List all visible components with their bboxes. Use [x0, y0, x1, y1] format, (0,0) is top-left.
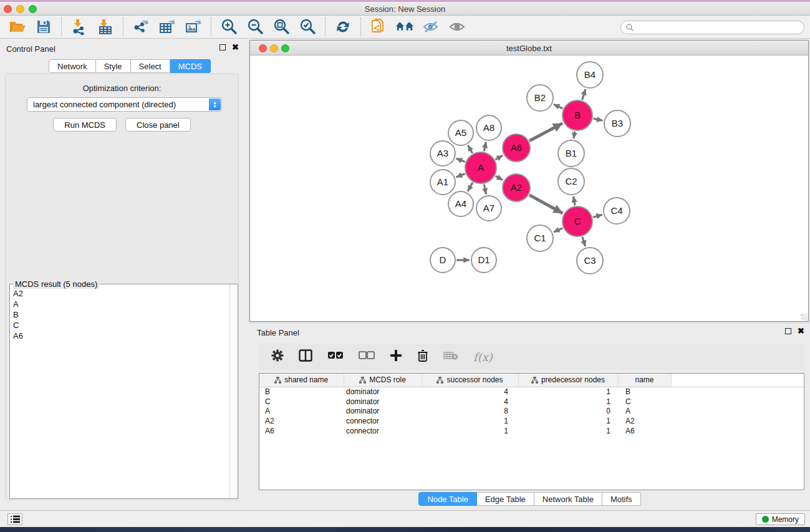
network-canvas[interactable]: B4B2BB3A5A8A6A3B1AC2A1A2A4A7C4CC1C3DD1 — [250, 56, 808, 321]
tab-edge-table[interactable]: Edge Table — [477, 492, 534, 506]
hide-panel-icon[interactable] — [422, 17, 440, 36]
refresh-icon[interactable] — [334, 17, 352, 36]
table-cell[interactable]: 4 — [422, 397, 518, 407]
function-builder-icon[interactable]: f(x) — [473, 351, 493, 364]
edge-C-C1[interactable] — [554, 228, 562, 232]
column-header[interactable]: successor nodes — [422, 374, 518, 387]
edge-A2-C[interactable] — [529, 195, 562, 213]
export-network-icon[interactable] — [132, 17, 150, 36]
zoom-fit-icon[interactable] — [272, 17, 291, 36]
node-C4[interactable]: C4 — [604, 198, 630, 224]
edge-A-A5[interactable] — [468, 145, 472, 153]
edge-C-C4[interactable] — [593, 215, 602, 217]
table-cell[interactable]: 1 — [518, 416, 618, 426]
table-cell[interactable]: A2 — [259, 416, 344, 426]
node-C[interactable]: C — [562, 206, 592, 236]
node-B2[interactable]: B2 — [527, 85, 553, 111]
edge-A-A8[interactable] — [484, 142, 486, 152]
edge-C-C3[interactable] — [582, 237, 586, 246]
edge-B-B3[interactable] — [593, 118, 602, 120]
table-cell[interactable]: 1 — [422, 416, 518, 426]
table-row[interactable]: A6connector11A6 — [259, 426, 804, 436]
result-item[interactable]: C — [10, 320, 225, 331]
table-cell[interactable]: dominator — [344, 397, 422, 407]
node-A5[interactable]: A5 — [448, 120, 473, 145]
table-row[interactable]: Adominator80A — [259, 407, 804, 417]
node-B3[interactable]: B3 — [604, 110, 630, 137]
result-item[interactable]: A — [10, 299, 225, 309]
node-A[interactable]: A — [465, 152, 496, 183]
table-cell[interactable]: 8 — [422, 407, 518, 417]
import-table-icon[interactable] — [96, 17, 115, 36]
table-cell[interactable]: C — [259, 397, 344, 407]
network-graph[interactable]: B4B2BB3A5A8A6A3B1AC2A1A2A4A7C4CC1C3DD1 — [250, 56, 808, 321]
memory-button[interactable]: Memory — [756, 513, 805, 525]
node-D1[interactable]: D1 — [471, 248, 496, 273]
zoom-out-icon[interactable] — [246, 17, 264, 36]
tab-mcds[interactable]: MCDS — [170, 59, 211, 73]
delete-table-icon[interactable] — [443, 351, 458, 363]
tab-style[interactable]: Style — [96, 59, 131, 73]
table-cell[interactable]: 0 — [518, 407, 618, 417]
node-B1[interactable]: B1 — [558, 140, 584, 167]
search-field[interactable] — [620, 21, 804, 34]
edge-B-B2[interactable] — [554, 104, 563, 109]
column-header[interactable]: predecessor nodes — [518, 374, 618, 387]
table-cell[interactable]: B — [259, 387, 344, 397]
edge-A-A2[interactable] — [496, 176, 503, 180]
save-icon[interactable] — [34, 17, 53, 36]
table-cell[interactable]: dominator — [344, 387, 422, 397]
result-item[interactable]: B — [10, 309, 225, 320]
result-item[interactable]: A2 — [10, 288, 225, 299]
zoom-selected-icon[interactable] — [298, 17, 317, 36]
tab-motifs[interactable]: Motifs — [602, 492, 641, 506]
delete-icon[interactable] — [417, 349, 428, 364]
node-A3[interactable]: A3 — [430, 141, 455, 166]
show-panel-icon[interactable] — [448, 17, 466, 36]
network-window-titlebar[interactable]: testGlobe.txt — [250, 41, 808, 56]
table-cell[interactable]: B — [618, 387, 671, 397]
node-B4[interactable]: B4 — [577, 62, 603, 88]
edge-A-A6[interactable] — [496, 155, 503, 160]
edge-A6-B[interactable] — [529, 123, 562, 141]
open-session-file-icon[interactable] — [369, 17, 388, 36]
tab-network-table[interactable]: Network Table — [534, 492, 602, 506]
edge-A-A4[interactable] — [468, 183, 473, 191]
node-C1[interactable]: C1 — [527, 225, 553, 251]
table-cell[interactable]: connector — [344, 416, 422, 426]
window-resize-grip[interactable] — [801, 314, 808, 321]
table-row[interactable]: Bdominator41B — [259, 387, 804, 397]
task-history-button[interactable] — [7, 513, 22, 525]
column-header[interactable]: name — [618, 374, 671, 387]
node-A8[interactable]: A8 — [476, 115, 501, 140]
column-view-icon[interactable] — [299, 349, 312, 364]
edge-A-A3[interactable] — [456, 158, 465, 162]
edge-B-B1[interactable] — [574, 132, 575, 139]
criterion-select[interactable]: largest connected component (directed) ▲… — [27, 97, 222, 112]
node-C2[interactable]: C2 — [558, 168, 584, 195]
close-panel-icon[interactable]: ✖ — [232, 44, 239, 51]
mcds-result-list[interactable]: A2ABCA6 — [10, 288, 225, 498]
result-scrollbar[interactable] — [229, 284, 238, 498]
node-A6[interactable]: A6 — [503, 134, 530, 162]
node-table[interactable]: shared nameMCDS rolesuccessor nodesprede… — [259, 373, 804, 490]
float-panel-icon[interactable] — [785, 328, 791, 334]
table-cell[interactable]: A2 — [618, 416, 671, 426]
table-cell[interactable]: A — [259, 407, 344, 417]
search-input[interactable] — [634, 22, 804, 33]
tab-select[interactable]: Select — [131, 59, 170, 73]
tab-network[interactable]: Network — [49, 59, 96, 73]
column-header[interactable]: shared name — [259, 374, 344, 387]
edge-A-A7[interactable] — [484, 184, 486, 194]
home-pair-icon[interactable] — [395, 17, 414, 36]
result-item[interactable]: A6 — [10, 331, 225, 341]
table-cell[interactable]: 1 — [422, 426, 518, 436]
select-all-icon[interactable] — [327, 351, 344, 362]
table-cell[interactable]: 1 — [518, 426, 618, 436]
node-A2[interactable]: A2 — [503, 174, 530, 201]
close-panel-button[interactable]: Close panel — [125, 118, 191, 132]
edge-A-A1[interactable] — [456, 174, 465, 177]
edge-B-B4[interactable] — [582, 89, 586, 100]
node-A4[interactable]: A4 — [448, 191, 473, 216]
node-A1[interactable]: A1 — [430, 170, 455, 195]
